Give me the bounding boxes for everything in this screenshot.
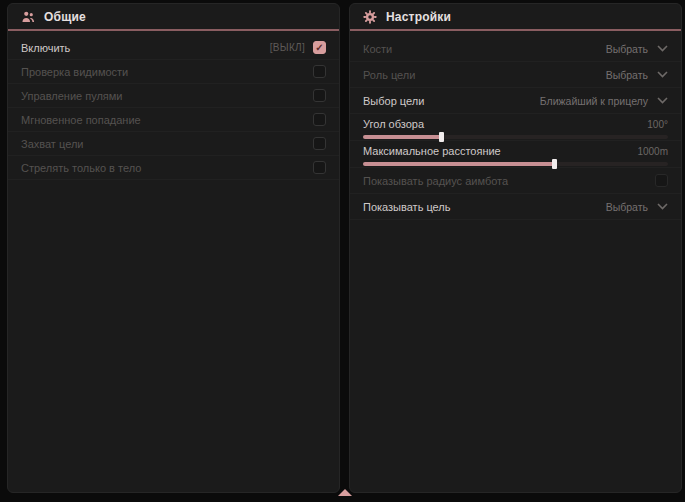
checkbox[interactable] <box>313 65 326 78</box>
slider-value: 1000m <box>637 146 668 157</box>
toggle-state: [ВЫКЛ] <box>270 42 305 53</box>
toggle-row[interactable]: Проверка видимости <box>8 60 339 84</box>
select-row: Кости Выбрать <box>350 36 681 62</box>
dropdown[interactable]: Выбрать <box>606 69 668 81</box>
toggle-value: [ВЫКЛ] <box>270 41 326 54</box>
toggle-value <box>655 174 668 187</box>
dropdown-value: Выбрать <box>606 43 648 55</box>
select-row: Показывать цель Выбрать <box>350 194 681 220</box>
panel-header: Общие <box>8 4 339 31</box>
toggle-value <box>313 113 326 126</box>
general-panel: Общие Включить [ВЫКЛ] Проверка видимости… <box>7 3 340 493</box>
toggle-label: Проверка видимости <box>21 66 128 78</box>
toggle-row[interactable]: Управление пулями <box>8 84 339 108</box>
select-label: Роль цели <box>363 69 415 81</box>
toggle-value <box>313 89 326 102</box>
toggle-label: Показывать радиус аимбота <box>363 175 508 187</box>
panel-title: Настройки <box>386 10 451 24</box>
checkbox[interactable] <box>313 161 326 174</box>
slider-track[interactable] <box>363 162 668 166</box>
chevron-down-icon <box>657 45 668 52</box>
toggle-label: Управление пулями <box>21 90 123 102</box>
toggle-value <box>313 137 326 150</box>
drag-handle-icon[interactable] <box>338 489 352 496</box>
slider-thumb[interactable] <box>552 159 557 169</box>
chevron-down-icon <box>657 203 668 210</box>
dropdown[interactable]: Ближайший к прицелу <box>540 95 668 107</box>
chevron-down-icon <box>657 71 668 78</box>
toggle-row[interactable]: Стрелять только в тело <box>8 156 339 180</box>
select-label: Выбор цели <box>363 95 424 107</box>
toggle-label: Включить <box>21 42 70 54</box>
checkbox[interactable] <box>313 41 326 54</box>
toggle-row[interactable]: Показывать радиус аимбота <box>350 168 681 194</box>
slider-row: Угол обзора 100° <box>350 114 681 141</box>
checkbox[interactable] <box>313 113 326 126</box>
toggle-label: Захват цели <box>21 138 83 150</box>
toggle-value <box>313 161 326 174</box>
checkbox[interactable] <box>313 137 326 150</box>
people-icon <box>21 10 35 24</box>
gear-icon <box>363 10 377 24</box>
select-row: Роль цели Выбрать <box>350 62 681 88</box>
select-row: Выбор цели Ближайший к прицелу <box>350 88 681 114</box>
toggle-row[interactable]: Мгновенное попадание <box>8 108 339 132</box>
chevron-down-icon <box>657 97 668 104</box>
settings-rows: Кости Выбрать Роль цели Выбрать Выбор це… <box>350 31 681 220</box>
toggle-row[interactable]: Захват цели <box>8 132 339 156</box>
panel-header: Настройки <box>350 4 681 31</box>
slider-thumb[interactable] <box>439 132 444 142</box>
toggle-label: Мгновенное попадание <box>21 114 141 126</box>
checkbox[interactable] <box>313 89 326 102</box>
dropdown-value: Выбрать <box>606 69 648 81</box>
select-label: Кости <box>363 43 392 55</box>
panel-title: Общие <box>44 10 86 24</box>
toggle-label: Стрелять только в тело <box>21 162 141 174</box>
toggle-value <box>313 65 326 78</box>
slider-track[interactable] <box>363 135 668 139</box>
slider-fill <box>363 162 555 166</box>
slider-value: 100° <box>647 119 668 130</box>
settings-panel: Настройки Кости Выбрать Роль цели Выбрат… <box>349 3 682 493</box>
toggle-row[interactable]: Включить [ВЫКЛ] <box>8 36 339 60</box>
general-rows: Включить [ВЫКЛ] Проверка видимости Управ… <box>8 31 339 180</box>
dropdown[interactable]: Выбрать <box>606 201 668 213</box>
dropdown-value: Ближайший к прицелу <box>540 95 648 107</box>
checkbox[interactable] <box>655 174 668 187</box>
slider-label: Угол обзора <box>363 118 424 130</box>
slider-fill <box>363 135 442 139</box>
dropdown-value: Выбрать <box>606 201 648 213</box>
select-label: Показывать цель <box>363 201 451 213</box>
dropdown[interactable]: Выбрать <box>606 43 668 55</box>
slider-label: Максимальное расстояние <box>363 145 501 157</box>
slider-row: Максимальное расстояние 1000m <box>350 141 681 168</box>
